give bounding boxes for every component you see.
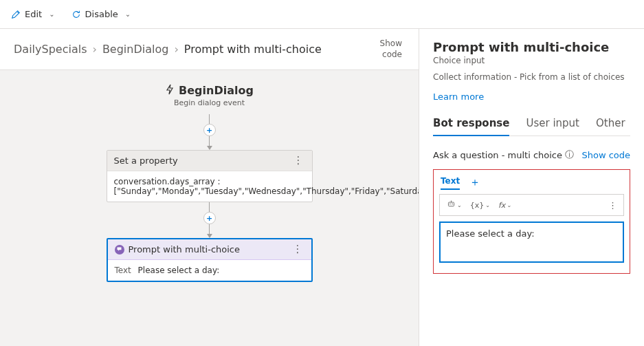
add-variation-button[interactable]: ＋ [469,175,480,190]
formula-bar-menu[interactable]: ⋮ [606,200,619,210]
connector [209,114,210,124]
formula-bar: ⌄ {x} ⌄ fx ⌄ ⋮ [439,194,624,216]
ask-question-label: Ask a question - multi choice ⓘ [433,149,574,161]
breadcrumb-root[interactable]: DailySpecials [14,43,87,56]
set-property-card[interactable]: Set a property ⋮ conversation.days_array… [107,150,313,202]
chevron-down-icon: ⌄ [507,202,511,208]
trigger-title: BeginDialog [179,84,254,97]
disable-label: Disable [85,9,118,19]
prompt-text-label: Text [115,266,131,275]
trigger-header[interactable]: BeginDialog Begin dialog event [165,84,254,107]
breadcrumb-row: DailySpecials › BeginDialog › Prompt wit… [0,29,419,70]
chevron-down-icon: ⌄ [457,202,462,208]
card-title: Prompt with multi-choice [129,244,241,255]
tab-user-input[interactable]: User input [526,117,579,136]
prompt-editor-box: Text ＋ ⌄ {x} ⌄ fx [433,169,630,274]
breadcrumb-separator: › [174,43,178,56]
prompt-icon [115,245,124,255]
prompt-multichoice-card[interactable]: Prompt with multi-choice ⋮ Text Please s… [107,238,313,282]
disable-button[interactable]: Disable ⌄ [71,9,131,19]
panel-tabs: Bot response User input Other [433,117,630,136]
card-header: Prompt with multi-choice ⋮ [108,239,311,260]
chevron-down-icon: ⌄ [485,202,490,208]
tab-bot-response[interactable]: Bot response [433,117,509,136]
subtab-text[interactable]: Text [441,176,460,190]
connector [209,224,210,234]
breadcrumb-current: Prompt with multi-choice [184,43,322,56]
bot-response-type-button[interactable]: ⌄ [444,198,465,212]
prompt-subtabs: Text ＋ [441,175,624,190]
card-title: Set a property [114,155,178,166]
canvas-area: DailySpecials › BeginDialog › Prompt wit… [0,29,419,346]
lightning-icon [165,84,175,97]
chevron-down-icon: ⌄ [49,10,54,18]
dialog-flow: BeginDialog Begin dialog event + Set a p… [107,84,313,282]
card-menu-button[interactable]: ⋮ [291,244,304,255]
panel-subtitle: Choice input [433,56,630,65]
properties-panel: Prompt with multi-choice Choice input Co… [419,29,644,346]
connector [209,136,210,146]
add-step-button[interactable]: + [203,124,216,136]
toolbar: Edit ⌄ Disable ⌄ [0,0,644,29]
main-content: DailySpecials › BeginDialog › Prompt wit… [0,29,644,346]
learn-more-link[interactable]: Learn more [433,91,484,102]
card-body: conversation.days_array : ["Sunday","Mon… [107,171,312,202]
robot-icon [447,199,456,210]
add-step-button[interactable]: + [203,212,216,224]
pencil-icon [11,10,21,19]
breadcrumb-dialog[interactable]: BeginDialog [102,43,169,56]
connector [209,202,210,212]
help-icon[interactable]: ⓘ [565,149,574,161]
card-menu-button[interactable]: ⋮ [292,155,305,166]
insert-function-button[interactable]: fx ⌄ [496,199,514,211]
prompt-text-value: Please select a day: [138,266,220,275]
panel-title: Prompt with multi-choice [433,40,630,54]
trigger-subtitle: Begin dialog event [165,98,254,107]
ask-question-row: Ask a question - multi choice ⓘ Show cod… [433,149,630,161]
svg-point-2 [452,204,453,205]
card-header: Set a property ⋮ [107,151,312,171]
tab-other[interactable]: Other [596,117,625,136]
show-code-link[interactable]: Show code [581,150,630,160]
insert-variable-button[interactable]: {x} ⌄ [467,199,493,211]
refresh-icon [71,10,81,19]
svg-rect-0 [448,202,454,206]
chevron-down-icon: ⌄ [125,10,131,18]
breadcrumb-separator: › [92,43,96,56]
design-canvas[interactable]: BeginDialog Begin dialog event + Set a p… [0,70,419,346]
breadcrumb: DailySpecials › BeginDialog › Prompt wit… [14,43,327,56]
svg-point-1 [449,204,451,205]
edit-button[interactable]: Edit ⌄ [11,9,55,19]
panel-description: Collect information - Pick from a list o… [433,72,630,82]
edit-label: Edit [25,9,42,19]
show-code-toggle[interactable]: Show code [380,39,402,60]
card-body: Text Please select a day: [108,260,311,281]
prompt-text-input[interactable] [439,221,624,263]
